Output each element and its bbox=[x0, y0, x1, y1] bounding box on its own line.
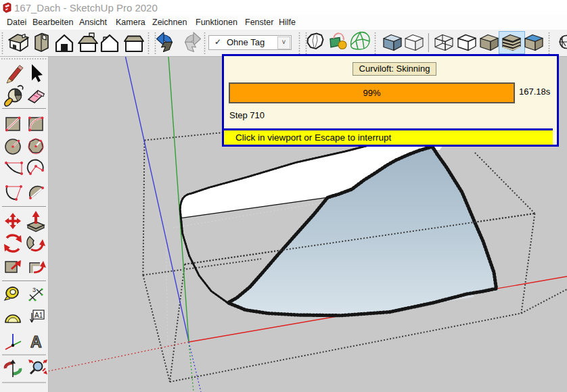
svg-text:3: 3 bbox=[32, 287, 36, 293]
svg-text:A1: A1 bbox=[35, 312, 43, 319]
svg-text:A: A bbox=[30, 333, 42, 351]
